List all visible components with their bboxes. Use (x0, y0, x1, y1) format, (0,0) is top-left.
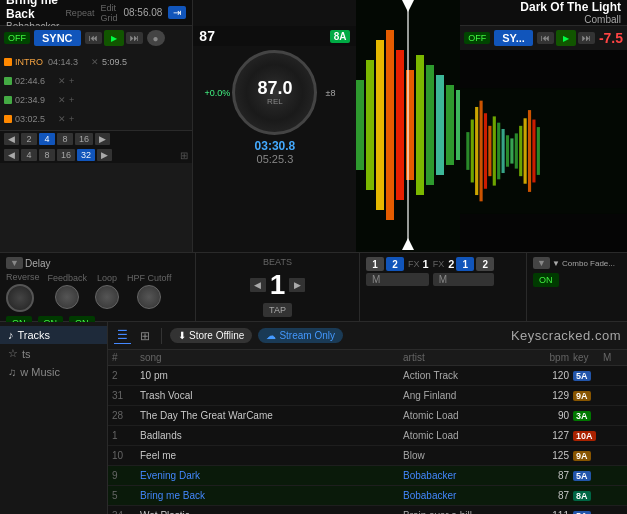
fx2-btn-2[interactable]: 2 (476, 257, 494, 271)
cell-num: 34 (112, 510, 140, 514)
delay-dropdown[interactable]: ▼ (6, 257, 23, 269)
svg-rect-23 (497, 123, 500, 180)
cell-bpm: 129 (533, 390, 573, 401)
time-remaining: 05:25.3 (255, 153, 296, 165)
left-deck: Bring me Back Bobabacker Repeat Edit Gri… (0, 0, 193, 252)
fx2-label: FX (433, 259, 445, 269)
svg-rect-6 (406, 70, 414, 180)
cell-bpm: 111 (533, 510, 573, 514)
feedback-label: Feedback (48, 273, 88, 283)
reverse-knob[interactable] (6, 284, 34, 312)
rel-label: REL (257, 97, 292, 106)
left-deck-title: Bring me Back (6, 0, 59, 21)
table-row[interactable]: 31 Trash Vocal Ang Finland 129 9A (108, 386, 627, 406)
combo-fade-dropdown[interactable]: ▼ (533, 257, 550, 269)
sidebar-icon-2: ☆ (8, 347, 18, 360)
cue-btn-left[interactable]: ● (147, 30, 165, 46)
svg-rect-9 (436, 75, 444, 175)
next-btn-left[interactable]: ⏭ (126, 32, 143, 44)
nav-row-1: ◀ 2 4 8 16 ▶ (0, 131, 192, 147)
m-btn-fx2[interactable]: M (433, 273, 495, 286)
cell-song: Wet Plastic (140, 510, 403, 514)
feedback-knob[interactable] (55, 285, 79, 309)
sidebar-item-2[interactable]: ☆ ts (0, 344, 107, 363)
edit-grid-label[interactable]: Edit Grid (100, 3, 117, 23)
play-btn-right[interactable]: ▶ (556, 30, 576, 46)
col-header-artist[interactable]: artist (403, 352, 533, 363)
total-time: 08:56.08 (123, 7, 162, 18)
table-row[interactable]: 1 Badlands Atomic Load 127 10A (108, 426, 627, 446)
beats-label: BEATS (263, 257, 292, 267)
svg-rect-22 (493, 116, 496, 185)
sidebar: ♪ Tracks ☆ ts ♫ w Music (0, 322, 108, 514)
cell-num: 31 (112, 390, 140, 401)
on-btn-effects-right[interactable]: ON (533, 273, 559, 287)
key-badge-left: 8A (330, 30, 351, 43)
col-header-bpm[interactable]: bpm (533, 352, 573, 363)
off-btn-left[interactable]: OFF (4, 32, 30, 44)
pitch-display: +0.0% (204, 88, 230, 98)
cell-num: 10 (112, 450, 140, 461)
grid-icon[interactable]: ⊞ (180, 150, 188, 161)
beats-up-btn[interactable]: ▶ (289, 278, 305, 292)
delay-label: Delay (25, 258, 51, 269)
table-row[interactable]: 5 Bring me Back Bobabacker 87 8A (108, 486, 627, 506)
svg-rect-32 (537, 127, 540, 175)
table-row[interactable]: 9 Evening Dark Bobabacker 87 5A (108, 466, 627, 486)
svg-rect-7 (416, 55, 424, 195)
table-row[interactable]: 2 10 pm Action Track 120 5A (108, 366, 627, 386)
sidebar-label-2: ts (22, 348, 31, 360)
cell-bpm: 90 (533, 410, 573, 421)
svg-rect-1 (356, 80, 364, 170)
tap-btn[interactable]: TAP (263, 303, 292, 317)
sidebar-item-3[interactable]: ♫ w Music (0, 363, 107, 381)
cell-bpm: 87 (533, 470, 573, 481)
table-row[interactable]: 34 Wet Plastic Brain over a hill 111 5A (108, 506, 627, 514)
hpf-knob[interactable] (137, 285, 161, 309)
right-waveform-area (460, 50, 627, 252)
next-btn-right[interactable]: ⏭ (578, 32, 595, 44)
svg-rect-20 (484, 113, 487, 189)
col-header-key[interactable]: key (573, 352, 603, 363)
m-btn-fx1[interactable]: M (366, 273, 429, 286)
fx1-btn-1[interactable]: 1 (366, 257, 384, 271)
play-btn-left[interactable]: ▶ (104, 30, 124, 46)
vinyl-dial[interactable]: 87.0 REL +0.0% ±8 (232, 50, 317, 135)
sync-btn-right[interactable]: SY... (494, 30, 533, 46)
prev-btn-left[interactable]: ⏮ (85, 32, 102, 44)
table-row[interactable]: 28 The Day The Great WarCame Atomic Load… (108, 406, 627, 426)
grid-view-btn[interactable]: ⊞ (137, 328, 153, 344)
prev-btn-right[interactable]: ⏮ (537, 32, 554, 44)
cell-num: 1 (112, 430, 140, 441)
list-view-btn[interactable]: ☰ (114, 327, 131, 344)
svg-rect-17 (471, 120, 474, 183)
svg-rect-31 (533, 120, 536, 183)
col-header-song[interactable]: song (140, 352, 403, 363)
bpm-display: 87 (199, 28, 215, 44)
table-row[interactable]: 10 Feel me Blow 125 9A (108, 446, 627, 466)
svg-rect-30 (528, 110, 531, 192)
sync-btn-left[interactable]: SYNC (34, 30, 81, 46)
cell-song: Feel me (140, 450, 403, 461)
cell-bpm: 125 (533, 450, 573, 461)
cell-artist: Blow (403, 450, 533, 461)
left-deck-load-btn[interactable]: ⇥ (168, 6, 186, 19)
beats-panel: BEATS ◀ 1 ▶ TAP (195, 253, 360, 321)
loop-knob[interactable] (95, 285, 119, 309)
repeat-label[interactable]: Repeat (65, 8, 94, 18)
vinyl-bpm: 87.0 (257, 79, 292, 97)
svg-rect-4 (386, 30, 394, 220)
fx2-btn-1[interactable]: 1 (456, 257, 474, 271)
store-offline-btn[interactable]: ⬇ Store Offline (170, 328, 252, 343)
stream-only-btn[interactable]: ☁ Stream Only (258, 328, 343, 343)
cell-artist: Bobabacker (403, 490, 533, 501)
mini-track-3: 02:34.9 ✕ + (0, 90, 192, 109)
svg-rect-8 (426, 65, 434, 185)
svg-rect-3 (376, 40, 384, 210)
cell-song: The Day The Great WarCame (140, 410, 403, 421)
fx1-btn-2[interactable]: 2 (386, 257, 404, 271)
sidebar-item-tracks[interactable]: ♪ Tracks (0, 326, 107, 344)
beats-down-btn[interactable]: ◀ (250, 278, 266, 292)
mini-track-2: 02:44.6 ✕ + (0, 71, 192, 90)
off-btn-right[interactable]: OFF (464, 32, 490, 44)
